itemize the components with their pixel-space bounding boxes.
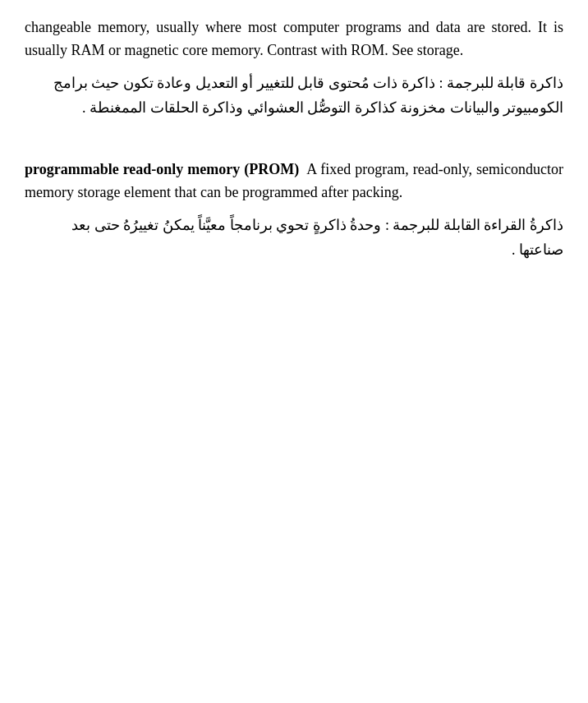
first-entry-arabic: ذاكرة قابلة للبرجمة : ذاكرة ذات مُحتوى ق… xyxy=(25,71,563,121)
first-entry-section: changeable memory, usually where most co… xyxy=(25,16,563,121)
second-entry-arabic-text: ذاكرةُ القراءة القابلة للبرجمة : وحدةُ ذ… xyxy=(71,217,563,259)
second-entry-arabic: ذاكرةُ القراءة القابلة للبرجمة : وحدةُ ذ… xyxy=(25,213,563,263)
second-entry-section: programmable read-only memory (PROM) A f… xyxy=(25,159,563,263)
first-entry-arabic-text: ذاكرة قابلة للبرجمة : ذاكرة ذات مُحتوى ق… xyxy=(53,75,563,117)
section-divider xyxy=(25,137,563,152)
first-entry-english: changeable memory, usually where most co… xyxy=(25,16,563,62)
first-entry-english-text: changeable memory, usually where most co… xyxy=(25,19,563,58)
second-entry-english: programmable read-only memory (PROM) A f… xyxy=(25,159,563,204)
second-entry-term: programmable read-only memory (PROM) xyxy=(25,161,299,177)
page-content: changeable memory, usually where most co… xyxy=(25,16,563,263)
